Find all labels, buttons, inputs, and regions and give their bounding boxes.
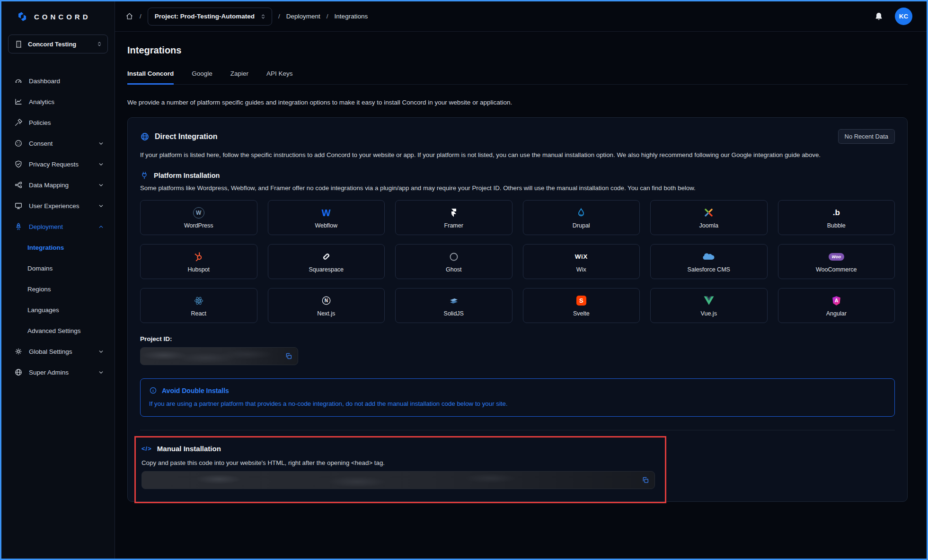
platform-tile-angular[interactable]: A Angular	[778, 288, 895, 323]
tab-install-concord[interactable]: Install Concord	[127, 70, 174, 85]
platform-tile-vuejs[interactable]: Vue.js	[650, 288, 768, 323]
joomla-logo-icon	[703, 206, 714, 219]
drupal-logo-icon	[576, 206, 586, 219]
platform-tile-hubspot[interactable]: Hubspot	[140, 244, 257, 279]
hubspot-logo-icon	[193, 250, 204, 263]
platform-tile-svelte[interactable]: S Svelte	[523, 288, 640, 323]
sidebar-item-deployment[interactable]: Deployment	[1, 216, 115, 237]
topbar-right: KC	[874, 8, 912, 25]
platform-label: React	[191, 310, 206, 317]
globe-blue-icon	[140, 132, 150, 141]
nodes-icon	[14, 181, 23, 189]
platform-label: WordPress	[184, 222, 213, 229]
platform-tile-woocommerce[interactable]: Woo WooCommerce	[778, 244, 895, 279]
manual-installation-title: Manual Installation	[157, 445, 221, 453]
chevrons-up-down-icon	[96, 41, 103, 47]
platform-tile-webflow[interactable]: W Webflow	[268, 200, 385, 235]
rocket-icon	[14, 222, 23, 231]
sidebar-item-label: User Experiences	[29, 202, 80, 210]
platform-tile-squarespace[interactable]: Squarespace	[268, 244, 385, 279]
org-selector[interactable]: Concord Testing	[8, 35, 108, 53]
sidebar-item-user-experiences[interactable]: User Experiences	[1, 195, 115, 216]
platform-label: Framer	[444, 222, 463, 229]
vuejs-logo-icon	[703, 294, 715, 307]
breadcrumb-separator: /	[140, 13, 141, 20]
platform-tile-joomla[interactable]: Joomla	[650, 200, 768, 235]
react-logo-icon	[193, 294, 204, 307]
sidebar-item-policies[interactable]: Policies	[1, 112, 115, 133]
platform-tile-framer[interactable]: Framer	[395, 200, 513, 235]
platform-tile-ghost[interactable]: Ghost	[395, 244, 513, 279]
platform-tile-wix[interactable]: WiX Wix	[523, 244, 640, 279]
concord-logo-icon	[16, 10, 29, 23]
platform-label: WooCommerce	[816, 266, 857, 273]
svg-text:A: A	[834, 298, 838, 303]
platform-label: Drupal	[573, 222, 590, 229]
platform-tile-react[interactable]: React	[140, 288, 257, 323]
platform-tile-nextjs[interactable]: N Next.js	[268, 288, 385, 323]
sidebar-subitem-languages[interactable]: Languages	[1, 299, 115, 320]
platform-label: Wix	[576, 266, 586, 273]
monitor-icon	[14, 201, 23, 210]
breadcrumb-deployment[interactable]: Deployment	[286, 13, 320, 20]
sidebar-item-label: Policies	[29, 119, 51, 126]
sidebar-subitem-advanced-settings[interactable]: Advanced Settings	[1, 320, 115, 341]
direct-integration-card: Direct Integration No Recent Data If you…	[127, 117, 908, 502]
project-selector[interactable]: Project: Prod-Testing-Automated	[148, 8, 272, 26]
sidebar-item-consent[interactable]: Consent	[1, 133, 115, 154]
platform-label: Next.js	[317, 310, 335, 317]
platform-label: Svelte	[573, 310, 590, 317]
home-icon[interactable]	[125, 12, 133, 20]
chevrons-up-down-icon	[260, 13, 266, 20]
installation-code-input[interactable]	[141, 471, 655, 489]
manual-installation-header: </> Manual Installation	[141, 445, 665, 453]
sidebar-item-data-mapping[interactable]: Data Mapping	[1, 175, 115, 195]
topbar: / Project: Prod-Testing-Automated / Depl…	[115, 1, 927, 32]
cookie-icon	[14, 139, 23, 148]
sidebar-item-super-admins[interactable]: Super Admins	[1, 362, 115, 383]
chevron-down-icon	[98, 369, 104, 376]
sidebar-item-global-settings[interactable]: Global Settings	[1, 341, 115, 362]
sidebar-item-label: Super Admins	[29, 369, 69, 376]
sidebar-subitem-regions[interactable]: Regions	[1, 279, 115, 299]
sidebar-item-analytics[interactable]: Analytics	[1, 91, 115, 112]
platform-tile-bubble[interactable]: .b Bubble	[778, 200, 895, 235]
copy-icon[interactable]	[642, 476, 649, 484]
main-area: / Project: Prod-Testing-Automated / Depl…	[115, 1, 927, 559]
org-selector-label: Concord Testing	[28, 41, 76, 48]
building-icon	[15, 40, 23, 48]
chevron-up-icon	[98, 224, 104, 230]
sidebar-subitem-label: Domains	[27, 265, 53, 272]
breadcrumb-integrations[interactable]: Integrations	[335, 13, 368, 20]
notification-bell-icon[interactable]	[874, 12, 884, 21]
salesforce-logo-icon	[702, 250, 716, 263]
sidebar-item-privacy-requests[interactable]: Privacy Requests	[1, 154, 115, 175]
sidebar-nav: Dashboard Analytics Policies	[1, 70, 115, 383]
user-avatar[interactable]: KC	[895, 8, 912, 25]
platform-tile-solidjs[interactable]: SolidJS	[395, 288, 513, 323]
breadcrumb-separator: /	[327, 13, 328, 20]
platform-tile-drupal[interactable]: Drupal	[523, 200, 640, 235]
copy-icon[interactable]	[285, 352, 292, 360]
page-intro: We provide a number of platform specific…	[127, 99, 908, 106]
tab-api-keys[interactable]: API Keys	[266, 70, 293, 85]
sidebar-subitem-domains[interactable]: Domains	[1, 258, 115, 279]
tab-google[interactable]: Google	[192, 70, 212, 85]
tab-zapier[interactable]: Zapier	[230, 70, 248, 85]
platform-label: Squarespace	[309, 266, 344, 273]
sidebar-subitem-integrations[interactable]: Integrations	[1, 237, 115, 258]
wordpress-logo-icon: W	[193, 207, 204, 219]
notice-title: Avoid Double Installs	[162, 387, 229, 394]
notice-text: If you are using a partner platform that…	[149, 400, 886, 407]
angular-logo-icon: A	[831, 294, 842, 307]
project-id-input[interactable]	[140, 347, 298, 365]
platform-tile-wordpress[interactable]: W WordPress	[140, 200, 257, 235]
direct-integration-title: Direct Integration	[155, 132, 217, 141]
wix-logo-icon: WiX	[575, 253, 588, 260]
brand-logo-text: CONCORD	[34, 13, 91, 21]
platform-label: Hubspot	[187, 266, 210, 273]
sidebar-item-dashboard[interactable]: Dashboard	[1, 70, 115, 91]
gavel-icon	[14, 118, 23, 127]
platform-tile-salesforce-cms[interactable]: Salesforce CMS	[650, 244, 768, 279]
sidebar-item-label: Privacy Requests	[29, 161, 79, 168]
